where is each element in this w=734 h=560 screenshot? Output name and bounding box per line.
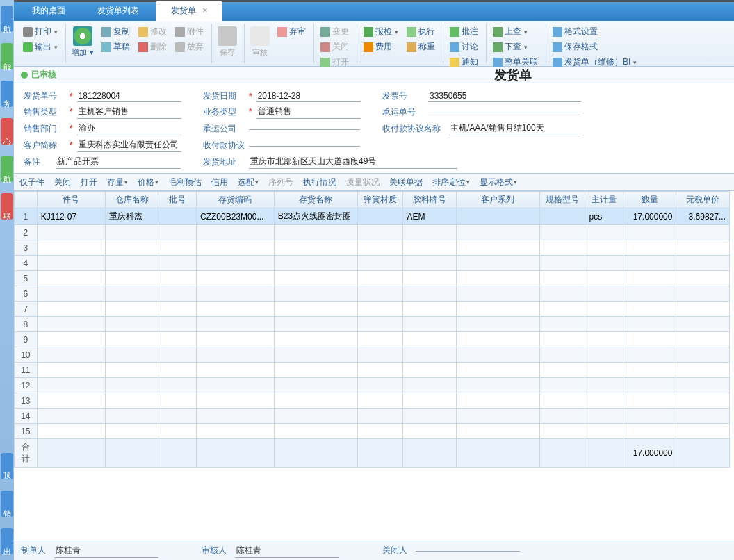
biztype-label: 业务类型 [203,106,245,118]
tab-shiplist[interactable]: 发货单列表 [82,1,154,21]
close-icon[interactable]: × [202,6,207,15]
table-row[interactable]: 8 [15,317,730,332]
weigh-button[interactable]: 称重 [405,40,437,53]
payname-label: 收付款协议名称 [382,123,445,135]
filter-7[interactable]: 选配 ▾ [238,176,259,188]
filter-3[interactable]: 存量 ▾ [107,176,128,188]
abandon-button: 放弃 [173,40,206,53]
print-button[interactable]: 打印▾ [21,25,60,38]
filter-4[interactable]: 价格 ▾ [138,176,158,188]
col-header-5[interactable]: 存货名称 [274,192,357,208]
saletype-value[interactable]: 主机客户销售 [77,105,181,119]
table-row[interactable]: 12 [15,378,730,393]
filter-6[interactable]: 信用 [211,176,228,188]
col-header-12[interactable]: 无税单价 [676,192,730,208]
nav-item-8[interactable]: 销 [1,491,13,517]
carrier-value[interactable] [249,128,360,130]
shipdate-value[interactable]: 2018-12-28 [256,90,361,102]
invno-value[interactable]: 33350655 [428,90,581,102]
tab-shiporder[interactable]: 发货单 × [156,1,222,21]
table-row[interactable]: 1KJ112-07重庆科杰CZZ00B23M00...B23点火线圈密封圈AEM… [15,208,730,225]
down-button[interactable]: 下查▾ [491,40,540,53]
maker-value: 陈桂青 [54,544,158,558]
filter-9[interactable]: 执行情况 [303,176,336,188]
col-header-0[interactable] [15,192,38,208]
copy-button[interactable]: 复制 [99,25,132,38]
table-row[interactable]: 15 [15,424,730,439]
table-row[interactable]: 14 [15,409,730,424]
filter-1[interactable]: 关闭 [54,176,71,188]
payname-value[interactable]: 主机/AAA/销售月结100天 [449,122,581,135]
remark-value[interactable]: 新产品开票 [56,155,181,169]
table-row[interactable]: 11 [15,363,730,378]
filter-12[interactable]: 排序定位 ▾ [432,176,470,188]
biztype-value[interactable]: 普通销售 [256,105,361,119]
col-header-4[interactable]: 存货编码 [197,192,275,208]
table-row[interactable]: 9 [15,332,730,347]
nav-item-9[interactable]: 出 [1,528,13,554]
nav-item-4[interactable]: 心 [1,118,13,145]
tab-desktop[interactable]: 我的桌面 [17,1,81,21]
table-row[interactable]: 7 [15,302,730,317]
table-row[interactable]: 10 [15,347,730,363]
table-row[interactable]: 6 [15,286,730,302]
col-header-2[interactable]: 仓库名称 [106,192,158,208]
col-header-6[interactable]: 弹簧材质 [357,192,403,208]
saveformat-button[interactable]: 保存格式 [550,40,639,53]
repair-icon [553,58,562,67]
export-button[interactable]: 输出▾ [21,40,60,53]
carrierno-value[interactable] [428,111,581,113]
discard-button[interactable]: 弃审 [275,25,308,38]
col-header-9[interactable]: 规格型号 [539,192,585,208]
nav-item-5[interactable]: 航 [1,156,13,182]
inspect-button[interactable]: 报检▾ [361,25,400,38]
draft-button[interactable]: 草稿 [99,40,132,53]
nav-item-3[interactable]: 务 [1,81,13,107]
cost-button[interactable]: 费用 [361,40,400,53]
save-button[interactable]: 保存 [216,25,238,59]
filter-11[interactable]: 关联单据 [389,176,423,188]
discuss-button[interactable]: 讨论 [448,40,480,53]
table-row[interactable]: 3 [15,240,730,256]
table-row[interactable]: 13 [15,393,730,409]
filter-5[interactable]: 毛利预估 [168,176,202,188]
table-row[interactable]: 5 [15,271,730,286]
nav-item-6[interactable]: 联 [1,193,13,220]
up-icon [493,27,503,37]
inspect-icon [364,27,373,37]
weigh-icon [407,42,416,52]
copy-icon [101,27,111,37]
shipaddr-value[interactable]: 重庆市北部新区天山大道西段49号 [249,155,457,169]
change-button: 变更 [318,25,351,38]
saledept-value[interactable]: 渝办 [77,122,181,135]
approve-button[interactable]: 批注 [448,25,480,38]
saveformat-icon [553,42,562,52]
filter-0[interactable]: 仅子件 [19,176,44,188]
maker-label: 制单人 [21,545,50,557]
filter-2[interactable]: 打开 [81,176,97,188]
nav-item-7[interactable]: 顶 [1,453,13,479]
audit-button[interactable]: 审核 [249,25,271,59]
nav-item-1[interactable]: 航 [1,6,13,32]
col-header-3[interactable]: 批号 [158,192,197,208]
shipno-value[interactable]: 181228004 [77,90,181,102]
col-header-1[interactable]: 件号 [37,192,105,208]
add-button[interactable]: 增加 ▾ [70,25,95,59]
col-header-7[interactable]: 胶料牌号 [403,192,456,208]
table-row[interactable]: 2 [15,225,730,240]
filter-13[interactable]: 显示格式 ▾ [480,176,517,188]
save-icon [218,26,237,46]
execute-button[interactable]: 执行 [405,25,437,38]
cust-value[interactable]: 重庆科杰实业有限责任公司 [77,138,181,152]
down-icon [493,42,503,52]
col-header-8[interactable]: 客户系列 [456,192,539,208]
col-header-11[interactable]: 数量 [623,192,676,208]
format-button[interactable]: 格式设置 [550,25,639,38]
table-row[interactable]: 4 [15,256,730,271]
payagree-value[interactable] [249,145,360,147]
discard-icon [277,27,287,37]
col-header-10[interactable]: 主计量 [585,192,623,208]
nav-item-2[interactable]: 能 [1,43,13,69]
data-grid[interactable]: 件号仓库名称批号存货编码存货名称弹簧材质胶料牌号客户系列规格型号主计量数量无税单… [14,191,734,541]
up-button[interactable]: 上查▾ [491,25,540,38]
